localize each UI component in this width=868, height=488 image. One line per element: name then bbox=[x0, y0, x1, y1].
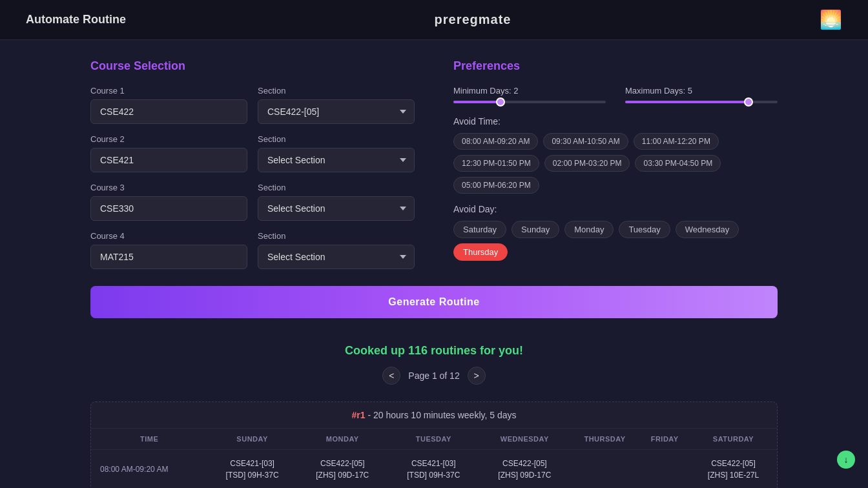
cell-saturday-1: CSE422-[05][ZHS] 10E-27L bbox=[690, 450, 777, 489]
course-4-label: Course 4 bbox=[90, 231, 247, 241]
section-2-label: Section bbox=[258, 134, 415, 144]
cell-thursday-1 bbox=[570, 450, 640, 489]
avoid-day-label: Avoid Day: bbox=[453, 204, 778, 214]
page-info-label: Page 1 of 12 bbox=[408, 371, 459, 381]
result-message: Cooked up 116 routines for you! bbox=[0, 344, 868, 358]
course-row-4: Course 4 Section Select Section bbox=[90, 231, 415, 269]
cell-monday-1: CSE422-[05][ZHS] 09D-17C bbox=[297, 450, 388, 489]
avoid-time-label: Avoid Time: bbox=[453, 116, 778, 127]
section-3-label: Section bbox=[258, 183, 415, 192]
schedule-section: #r1 - 20 hours 10 minutes weekly, 5 days… bbox=[90, 402, 778, 488]
two-column-layout: Course Selection Course 1 Section CSE422… bbox=[90, 59, 778, 280]
schedule-table-header-row: TIME SUNDAY MONDAY TUESDAY WEDNESDAY THU… bbox=[91, 429, 777, 450]
day-chip-tuesday[interactable]: Tuesday bbox=[619, 221, 670, 238]
time-chip-3[interactable]: 12:30 PM-01:50 PM bbox=[453, 155, 539, 172]
section-4-label: Section bbox=[258, 231, 415, 241]
preferences-panel: Preferences Minimum Days: 2 Maximum Days… bbox=[453, 59, 778, 280]
course-3-group: Course 3 bbox=[90, 183, 247, 221]
section-2-group: Section Select Section bbox=[258, 134, 415, 172]
cell-sunday-1: CSE421-[03][TSD] 09H-37C bbox=[207, 450, 297, 489]
col-wednesday: WEDNESDAY bbox=[479, 429, 570, 450]
section-2-select[interactable]: Select Section bbox=[258, 148, 415, 172]
generate-routine-button[interactable]: Generate Routine bbox=[90, 286, 778, 318]
course-row-2: Course 2 Section Select Section bbox=[90, 134, 415, 172]
day-chip-sunday[interactable]: Sunday bbox=[512, 221, 559, 238]
course-row-1: Course 1 Section CSE422-[05] bbox=[90, 86, 415, 124]
course-4-group: Course 4 bbox=[90, 231, 247, 269]
section-1-label: Section bbox=[258, 86, 415, 96]
section-3-select[interactable]: Select Section bbox=[258, 196, 415, 221]
day-chip-saturday[interactable]: Saturday bbox=[453, 221, 506, 238]
section-1-select[interactable]: CSE422-[05] bbox=[258, 99, 415, 124]
schedule-desc: - 20 hours 10 minutes weekly, 5 days bbox=[366, 410, 517, 420]
course-3-label: Course 3 bbox=[90, 183, 247, 192]
section-4-select[interactable]: Select Section bbox=[258, 245, 415, 269]
section-3-group: Section Select Section bbox=[258, 183, 415, 221]
col-tuesday: TUESDAY bbox=[388, 429, 480, 450]
min-days-label: Minimum Days: 2 bbox=[453, 86, 606, 96]
schedule-header-bar: #r1 - 20 hours 10 minutes weekly, 5 days bbox=[91, 402, 777, 429]
max-days-group: Maximum Days: 5 bbox=[625, 86, 778, 103]
max-days-label: Maximum Days: 5 bbox=[625, 86, 778, 96]
time-cell-1: 08:00 AM-09:20 AM bbox=[91, 450, 207, 489]
course-2-label: Course 2 bbox=[90, 134, 247, 144]
pagination-controls: < Page 1 of 12 > bbox=[0, 367, 868, 385]
course-1-label: Course 1 bbox=[90, 86, 247, 96]
cell-friday-1 bbox=[639, 450, 690, 489]
schedule-table: TIME SUNDAY MONDAY TUESDAY WEDNESDAY THU… bbox=[91, 429, 777, 488]
time-chip-4[interactable]: 02:00 PM-03:20 PM bbox=[544, 155, 630, 172]
col-time: TIME bbox=[91, 429, 207, 450]
course-selection-title: Course Selection bbox=[90, 59, 415, 73]
brand-name: preregmate bbox=[435, 12, 512, 27]
day-chips-container: Saturday Sunday Monday Tuesday Wednesday… bbox=[453, 221, 778, 261]
sliders-row: Minimum Days: 2 Maximum Days: 5 bbox=[453, 86, 778, 103]
min-days-group: Minimum Days: 2 bbox=[453, 86, 606, 103]
col-thursday: THURSDAY bbox=[570, 429, 640, 450]
col-sunday: SUNDAY bbox=[207, 429, 297, 450]
preferences-title: Preferences bbox=[453, 59, 778, 73]
table-row: 08:00 AM-09:20 AM CSE421-[03][TSD] 09H-3… bbox=[91, 450, 777, 489]
section-4-group: Section Select Section bbox=[258, 231, 415, 269]
col-saturday: SATURDAY bbox=[690, 429, 777, 450]
main-content: Course Selection Course 1 Section CSE422… bbox=[0, 40, 868, 331]
time-chips-container: 08:00 AM-09:20 AM 09:30 AM-10:50 AM 11:0… bbox=[453, 133, 778, 194]
day-chip-wednesday[interactable]: Wednesday bbox=[676, 221, 739, 238]
max-days-track[interactable] bbox=[625, 101, 778, 103]
course-1-input[interactable] bbox=[90, 99, 247, 124]
day-chip-monday[interactable]: Monday bbox=[564, 221, 614, 238]
course-2-group: Course 2 bbox=[90, 134, 247, 172]
col-monday: MONDAY bbox=[297, 429, 388, 450]
time-chip-0[interactable]: 08:00 AM-09:20 AM bbox=[453, 133, 538, 150]
brand-logo-icon: 🌅 bbox=[820, 9, 842, 30]
time-chip-2[interactable]: 11:00 AM-12:20 PM bbox=[634, 133, 719, 150]
course-1-group: Course 1 bbox=[90, 86, 247, 124]
cell-tuesday-1: CSE421-[03][TSD] 09H-37C bbox=[388, 450, 480, 489]
app-name: Automate Routine bbox=[26, 13, 126, 26]
course-row-3: Course 3 Section Select Section bbox=[90, 183, 415, 221]
app-header: Automate Routine preregmate 🌅 bbox=[0, 0, 868, 40]
time-chip-6[interactable]: 05:00 PM-06:20 PM bbox=[453, 177, 539, 194]
prev-page-button[interactable]: < bbox=[382, 367, 400, 385]
section-1-group: Section CSE422-[05] bbox=[258, 86, 415, 124]
time-chip-5[interactable]: 03:30 PM-04:50 PM bbox=[635, 155, 721, 172]
course-3-input[interactable] bbox=[90, 196, 247, 221]
next-page-button[interactable]: > bbox=[468, 367, 486, 385]
cell-wednesday-1: CSE422-[05][ZHS] 09D-17C bbox=[479, 450, 570, 489]
scroll-indicator[interactable]: ↓ bbox=[837, 451, 855, 469]
schedule-id-tag: #r1 bbox=[352, 410, 366, 420]
min-days-track[interactable] bbox=[453, 101, 606, 103]
col-friday: FRIDAY bbox=[639, 429, 690, 450]
course-2-input[interactable] bbox=[90, 148, 247, 172]
course-selection-panel: Course Selection Course 1 Section CSE422… bbox=[90, 59, 415, 280]
time-chip-1[interactable]: 09:30 AM-10:50 AM bbox=[543, 133, 628, 150]
result-section: Cooked up 116 routines for you! < Page 1… bbox=[0, 331, 868, 391]
course-4-input[interactable] bbox=[90, 245, 247, 269]
day-chip-thursday[interactable]: Thursday bbox=[453, 243, 508, 261]
